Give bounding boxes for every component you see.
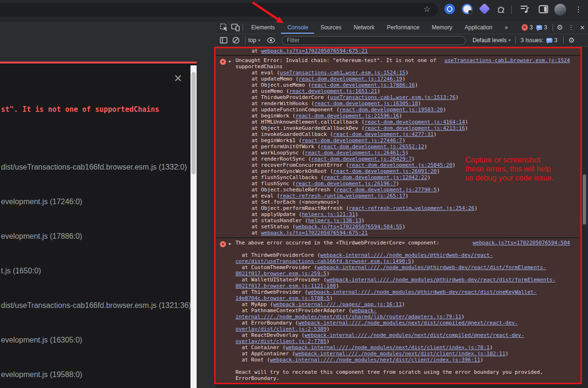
stack-frame-link[interactable]: webpack-internal:///./node_modules/@thir… bbox=[235, 264, 546, 277]
device-toolbar-icon[interactable] bbox=[230, 21, 241, 34]
devtools-close-icon[interactable]: ✕ bbox=[577, 21, 588, 34]
devtools-tab-memory[interactable]: Memory bbox=[425, 21, 458, 34]
stack-frame-link[interactable]: react-dom.development.js:12042:22 bbox=[324, 174, 427, 180]
devtools-scrollbar-track[interactable] bbox=[581, 47, 588, 388]
extension-wallet-icon[interactable] bbox=[479, 3, 490, 14]
stack-frame-link[interactable]: react-dom.development.js:27790:5 bbox=[336, 187, 437, 193]
live-expression-eye-icon[interactable] bbox=[265, 34, 277, 46]
devtools-tab-console[interactable]: Console bbox=[281, 21, 314, 34]
stack-frame-link[interactable]: react-dom.development.js:4213:16 bbox=[364, 125, 465, 131]
overlay-stack-file: dist/useTransactions-cab166fd.browser.es… bbox=[1, 163, 187, 171]
media-controls-icon[interactable] bbox=[520, 5, 530, 14]
stack-frame-link[interactable]: react-dom.development.js:16305:18 bbox=[314, 100, 418, 107]
bookmark-star-icon[interactable]: ☆ bbox=[423, 5, 431, 14]
stack-frame-link[interactable]: react-dom.development.js:17886:16 bbox=[311, 82, 415, 88]
console-stack-line: at webpack.js?ts=1702205076594:675:21 bbox=[235, 48, 570, 54]
console-stack-line: at webpack.js?ts=1702205076594:675:21 bbox=[235, 230, 570, 236]
stack-frame-link[interactable]: useTransactions-cab1…wser.esm.js:1524:15 bbox=[280, 70, 406, 76]
console-stack-line: at PathnameContextProviderAdapter (webpa… bbox=[235, 307, 570, 320]
issues-count: 3 bbox=[554, 37, 558, 44]
stack-frame-link[interactable]: react-dom.development.js:27446:7 bbox=[302, 137, 402, 144]
browser-menu-kebab-icon[interactable]: ⋮ bbox=[575, 4, 579, 15]
error-count: 3 bbox=[530, 24, 533, 31]
stack-frame-link[interactable]: webpack-internal:///./node_modules/next/… bbox=[295, 351, 506, 357]
tabbar-separator bbox=[243, 24, 243, 31]
stack-frame-link[interactable]: webpack-internal:///./pages/_app.js:16:1… bbox=[273, 301, 402, 307]
console-stack-line: at Object.performReactRefresh (react-ref… bbox=[235, 205, 570, 211]
console-settings-gear-icon[interactable]: ⚙ bbox=[566, 34, 578, 46]
extension-password-manager-icon[interactable] bbox=[444, 4, 455, 14]
console-stack-line: ErrorBoundary. bbox=[235, 375, 570, 381]
overlay-scrollbar-track[interactable] bbox=[190, 65, 197, 388]
devtools-tab-sources[interactable]: Sources bbox=[314, 21, 347, 34]
stack-frame-link[interactable]: react-dom.development.js:26091:20 bbox=[333, 168, 437, 174]
devtools-tab-elements[interactable]: Elements bbox=[245, 21, 281, 34]
console-filter-input[interactable] bbox=[282, 36, 466, 45]
extension-browser-icon[interactable] bbox=[462, 4, 472, 14]
expand-triangle-icon[interactable]: ▶ bbox=[229, 58, 231, 64]
stack-frame-link[interactable]: useTransactions-cab1…wser.esm.js:1513:76 bbox=[330, 94, 456, 100]
devtools-kebab-menu-icon[interactable]: ⋮ bbox=[566, 21, 577, 34]
console-stack-line: at Object.invokeGuardedCallbackDev (reac… bbox=[235, 125, 570, 131]
stack-frame-link[interactable]: webpack-internal:///./node_modules/next/… bbox=[270, 357, 480, 363]
stack-frame-link[interactable]: webpack-internal:///./node_modules/next/… bbox=[235, 307, 461, 320]
devtools-tab-network[interactable]: Network bbox=[347, 21, 380, 34]
extensions-puzzle-icon[interactable] bbox=[497, 4, 506, 14]
stack-frame-link[interactable]: react-dom.development.js:19583:20 bbox=[339, 107, 443, 113]
stack-frame-link[interactable]: helpers.js:121:31 bbox=[302, 211, 355, 217]
levels-caret-icon: ▾ bbox=[508, 38, 511, 43]
stack-frame-link[interactable]: react-dom.development.js:21596:16 bbox=[296, 113, 399, 119]
stack-frame-link[interactable]: react-refresh-runtim…velopment.js:265:17 bbox=[280, 193, 406, 199]
context-selector[interactable]: top bbox=[248, 37, 256, 44]
page-top-edge bbox=[0, 19, 216, 22]
stack-frame-link[interactable]: react-dom.development.js:26461:5 bbox=[305, 150, 406, 156]
stack-frame-link[interactable]: react-dom.development.js:4164:14 bbox=[364, 119, 465, 125]
address-bar[interactable]: ☆ bbox=[0, 3, 438, 17]
overlay-stack-file: dist/useTransactions-cab166fd.browser.es… bbox=[1, 301, 191, 310]
devtools-tab-application[interactable]: Application bbox=[459, 21, 499, 34]
stack-frame-link[interactable]: react-refresh-runtim…velopment.js:254:26 bbox=[349, 205, 474, 211]
devtools-settings-gear-icon[interactable]: ⚙ bbox=[554, 21, 566, 34]
console-stack-line: at flushSyncCallbacks (react-dom.develop… bbox=[235, 174, 570, 180]
overlay-close-icon[interactable]: ✕ bbox=[174, 73, 182, 84]
more-tabs-chevron[interactable]: » bbox=[498, 21, 514, 34]
stack-frame-link[interactable]: react-dom.development.js:26196:7 bbox=[296, 180, 396, 187]
stack-frame-link[interactable]: react-dom.development.js:17246:19 bbox=[299, 76, 402, 82]
stack-frame-link[interactable]: helpers.js:138:13 bbox=[308, 217, 362, 224]
inspect-element-icon[interactable] bbox=[218, 21, 230, 34]
console-stack-line: at updateFunctionComponent (react-dom.de… bbox=[235, 107, 570, 113]
console-stack-line: at workLoopSync (react-dom.development.j… bbox=[235, 150, 570, 156]
console-blank-line bbox=[235, 363, 570, 369]
stack-frame-link[interactable]: react-dom.development.js:26552:12 bbox=[321, 144, 425, 150]
issues-toolbar-bubble-icon bbox=[546, 38, 552, 43]
issues-label[interactable]: 3 Issues: bbox=[521, 37, 543, 44]
stack-frame-link[interactable]: webpack-internal:///./node_modules/next/… bbox=[235, 332, 524, 344]
issues-bubble-icon[interactable] bbox=[536, 25, 542, 30]
error-count-badge-icon[interactable]: × bbox=[522, 24, 528, 31]
stack-frame-link[interactable]: react.development.js:1651:21 bbox=[289, 88, 377, 94]
stack-frame-link[interactable]: webpack.js?ts=1702205076594:675:21 bbox=[261, 230, 368, 236]
stack-frame-link[interactable]: webpack-internal:///./node_modules/@thir… bbox=[235, 289, 537, 301]
devtools-tab-bar: ElementsConsoleSourcesNetworkPerformance… bbox=[216, 21, 588, 34]
expand-triangle-icon-2[interactable]: ▶ bbox=[229, 241, 231, 247]
stack-frame-link[interactable]: webpack-internal:///./node_modules/next/… bbox=[235, 320, 518, 332]
stack-frame-link[interactable]: webpack-internal:///./node_modules/@thir… bbox=[235, 277, 556, 289]
overlay-scrollbar-thumb[interactable] bbox=[191, 72, 196, 174]
profile-avatar[interactable] bbox=[554, 4, 566, 16]
source-location-link[interactable]: webpack.js?ts=1702205076594:504 bbox=[473, 240, 570, 246]
devtools-tab-performance[interactable]: Performance bbox=[380, 21, 425, 34]
stack-frame-link[interactable]: react-dom.development.js:26429:7 bbox=[311, 156, 412, 162]
stack-frame-link[interactable]: webpack.js?ts=1702205076594:504:55 bbox=[296, 224, 402, 230]
clear-console-icon[interactable] bbox=[230, 34, 242, 46]
stack-frame-link[interactable]: webpack.js?ts=1702205076594:675:21 bbox=[261, 48, 368, 54]
stack-frame-link[interactable]: webpack-internal:///./node_modules/next/… bbox=[286, 344, 489, 351]
console-sidebar-icon[interactable] bbox=[217, 34, 230, 46]
stack-frame-link[interactable]: react-dom.development.js:4277:31 bbox=[333, 131, 434, 137]
source-location-link[interactable]: useTransactions-cab1…browser.esm.js:1524 bbox=[444, 57, 570, 63]
log-levels-selector[interactable]: Default levels bbox=[472, 37, 507, 44]
screenshot-stage: ☆ ⋮ ✕ st". It is not one of supportedCha… bbox=[0, 0, 588, 388]
side-panel-icon[interactable] bbox=[539, 5, 548, 13]
devtools-scrollbar-thumb[interactable] bbox=[583, 174, 586, 225]
stack-frame-link[interactable]: webpack-internal:///./node_modules/@thir… bbox=[235, 252, 493, 264]
stack-frame-link[interactable]: react-dom.development.js:25845:20 bbox=[349, 162, 452, 168]
